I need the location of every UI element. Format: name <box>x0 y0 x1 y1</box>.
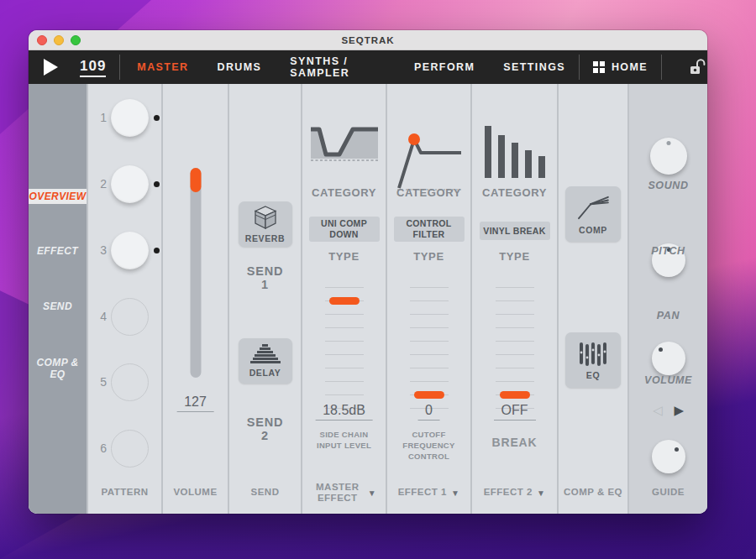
knob-indicator-dot <box>659 347 663 352</box>
pattern-knob-6[interactable] <box>111 430 149 468</box>
effect1-footer[interactable]: EFFECT 1 ▼ <box>387 472 470 514</box>
sidebar-item-comp-eq[interactable]: COMP & EQ <box>29 357 87 380</box>
comp-eq-column: COMP EQ <box>557 84 627 514</box>
effect2-column: CATEGORY VINYL BREAK TYPE OFF BREAK EFFE… <box>470 84 557 514</box>
pattern-slot: 1 <box>88 98 161 137</box>
sidebar: OVERVIEW EFFECT SEND COMP & EQ <box>29 84 87 514</box>
pattern-slot: 3 <box>88 231 161 269</box>
pattern-knob-1[interactable] <box>111 99 149 137</box>
unlock-button[interactable] <box>687 57 707 77</box>
master-effect-footer[interactable]: MASTER EFFECT ▼ <box>302 472 386 514</box>
sound-knob-label: SOUND <box>629 180 707 191</box>
send-footer: SEND <box>229 472 301 514</box>
pattern-slot: 2 <box>88 165 161 203</box>
tab-drums[interactable]: DRUMS <box>218 61 262 73</box>
dropdown-icon: ▼ <box>537 488 545 498</box>
volume-footer: VOLUME <box>163 472 228 514</box>
pattern-number: 6 <box>88 441 107 455</box>
pattern-slot: 4 <box>88 297 161 336</box>
effect1-type-button[interactable]: CONTROL FILTER <box>394 217 465 242</box>
category-label: CATEGORY <box>387 186 470 199</box>
effect2-footer[interactable]: EFFECT 2 ▼ <box>472 472 557 514</box>
app-window: SEQTRAK 109 MASTER DRUMS SYNTHS / SAMPLE… <box>29 30 707 514</box>
play-icon[interactable] <box>44 59 58 76</box>
knob-indicator-dot <box>666 141 670 145</box>
tab-synths-sampler[interactable]: SYNTHS / SAMPLER <box>290 55 386 79</box>
pattern-number: 1 <box>88 111 107 124</box>
comp-button[interactable]: COMP <box>565 186 621 242</box>
title-bar: SEQTRAK <box>29 30 707 50</box>
pitch-knob-label: PITCH <box>629 245 707 257</box>
nav-divider <box>119 55 120 80</box>
delay-label: DELAY <box>249 368 281 378</box>
compressor-curve-icon <box>309 123 380 163</box>
dropdown-icon: ▼ <box>368 488 376 498</box>
param-label: CUTOFF FREQUENCY CONTROL <box>387 430 470 462</box>
tab-master[interactable]: MASTER <box>137 61 188 73</box>
pattern-slot: 6 <box>88 429 161 468</box>
category-label: CATEGORY <box>302 186 386 199</box>
volume-column: 127 VOLUME <box>161 84 228 514</box>
sound-knob[interactable] <box>650 138 687 175</box>
guide-pager: ◁ ▶ <box>653 403 684 418</box>
pattern-number: 4 <box>88 310 107 323</box>
pattern-column: 1 2 3 4 5 6 <box>87 84 161 514</box>
category-label: CATEGORY <box>472 186 557 199</box>
pattern-knob-4[interactable] <box>111 298 149 336</box>
home-button[interactable]: HOME <box>593 61 648 73</box>
comp-eq-footer: COMP & EQ <box>559 472 627 514</box>
guide-volume-knob[interactable] <box>652 440 685 473</box>
sidebar-item-send[interactable]: SEND <box>29 300 87 312</box>
guide-volume-knob-label: VOLUME <box>629 374 707 386</box>
delay-pyramid-icon <box>250 344 281 363</box>
pattern-number: 5 <box>88 375 107 389</box>
next-page-icon[interactable]: ▶ <box>675 403 685 418</box>
cutoff-slider-handle[interactable] <box>414 391 444 399</box>
sidebar-item-overview[interactable]: OVERVIEW <box>29 189 90 204</box>
pattern-knob-3[interactable] <box>111 232 149 269</box>
pattern-knob-5[interactable] <box>111 363 149 401</box>
send1-label: SEND 1 <box>247 264 284 291</box>
nav-divider <box>579 55 580 80</box>
pattern-number: 3 <box>88 243 107 257</box>
pattern-number: 2 <box>88 177 107 191</box>
type-label: TYPE <box>302 250 386 263</box>
side-chain-slider-handle[interactable] <box>329 297 360 305</box>
guide-footer: GUIDE <box>629 472 707 514</box>
delay-button[interactable]: DELAY <box>239 338 292 384</box>
pattern-dot <box>154 248 160 253</box>
comp-curve-icon <box>575 194 611 221</box>
effect1-value: 0 <box>417 403 440 421</box>
param-label: BREAK <box>472 435 557 451</box>
master-effect-type-button[interactable]: UNI COMP DOWN <box>309 217 380 242</box>
knob-indicator-dot <box>675 447 679 452</box>
pattern-dot <box>154 115 160 121</box>
prev-page-icon[interactable]: ◁ <box>653 403 663 418</box>
tab-perform[interactable]: PERFORM <box>414 61 475 73</box>
pattern-knob-2[interactable] <box>111 165 149 203</box>
side-chain-slider[interactable] <box>325 287 364 410</box>
type-label: TYPE <box>472 250 557 263</box>
window-title: SEQTRAK <box>29 35 707 45</box>
top-nav: 109 MASTER DRUMS SYNTHS / SAMPLER PERFOR… <box>29 50 707 84</box>
reverb-button[interactable]: REVERB <box>239 201 292 247</box>
cube-icon <box>255 206 276 229</box>
master-effect-value: 18.5dB <box>315 403 373 421</box>
volume-value: 127 <box>176 394 214 412</box>
eq-button[interactable]: EQ <box>565 332 621 388</box>
break-slider-handle[interactable] <box>500 391 530 399</box>
pan-knob[interactable] <box>652 342 685 375</box>
dropdown-icon: ▼ <box>451 488 459 498</box>
break-slider[interactable] <box>496 287 534 410</box>
tab-settings[interactable]: SETTINGS <box>503 61 565 73</box>
sidebar-item-effect[interactable]: EFFECT <box>29 245 87 257</box>
pan-knob-label: PAN <box>629 310 707 321</box>
volume-slider[interactable] <box>190 168 201 378</box>
bpm-value[interactable]: 109 <box>80 58 106 77</box>
pattern-footer: PATTERN <box>88 472 161 514</box>
effect2-value: OFF <box>494 403 536 421</box>
cutoff-slider[interactable] <box>410 287 449 410</box>
effect2-type-button[interactable]: VINYL BREAK <box>480 222 550 240</box>
volume-slider-handle[interactable] <box>190 168 201 192</box>
home-label: HOME <box>612 61 648 73</box>
